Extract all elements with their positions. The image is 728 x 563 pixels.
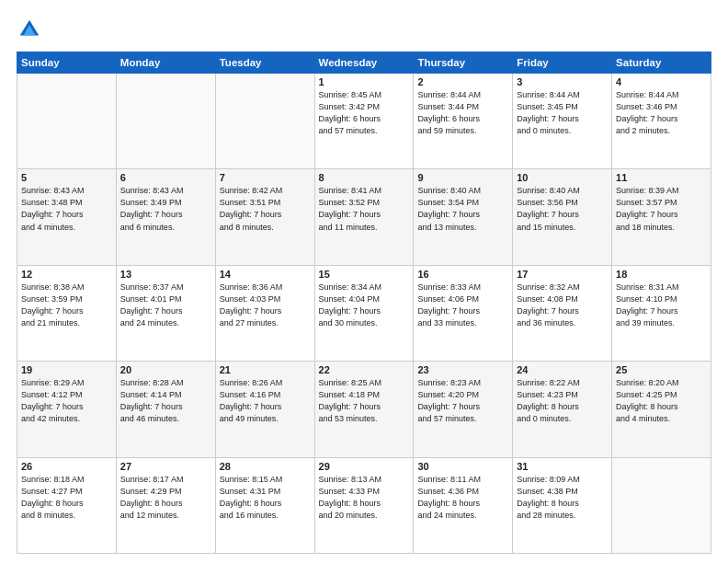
- week-row-1: 1Sunrise: 8:45 AM Sunset: 3:42 PM Daylig…: [17, 74, 711, 169]
- col-header-saturday: Saturday: [612, 52, 711, 74]
- day-number: 22: [319, 364, 410, 375]
- day-cell: 28Sunrise: 8:15 AM Sunset: 4:31 PM Dayli…: [215, 457, 314, 553]
- day-number: 26: [21, 461, 112, 472]
- col-header-wednesday: Wednesday: [314, 52, 414, 74]
- day-cell: 1Sunrise: 8:45 AM Sunset: 3:42 PM Daylig…: [314, 74, 414, 169]
- day-cell: 27Sunrise: 8:17 AM Sunset: 4:29 PM Dayli…: [116, 457, 215, 553]
- day-info: Sunrise: 8:40 AM Sunset: 3:56 PM Dayligh…: [517, 185, 608, 233]
- day-number: 30: [417, 461, 508, 472]
- day-number: 24: [517, 364, 608, 375]
- day-number: 11: [616, 172, 707, 183]
- header-row: SundayMondayTuesdayWednesdayThursdayFrid…: [17, 52, 711, 74]
- week-row-3: 12Sunrise: 8:38 AM Sunset: 3:59 PM Dayli…: [17, 265, 711, 361]
- day-cell: 24Sunrise: 8:22 AM Sunset: 4:23 PM Dayli…: [513, 362, 612, 457]
- day-number: 28: [220, 461, 311, 472]
- day-number: 10: [517, 172, 608, 183]
- col-header-monday: Monday: [116, 52, 215, 74]
- day-info: Sunrise: 8:43 AM Sunset: 3:49 PM Dayligh…: [120, 185, 211, 233]
- day-cell: 9Sunrise: 8:40 AM Sunset: 3:54 PM Daylig…: [414, 169, 513, 265]
- day-info: Sunrise: 8:15 AM Sunset: 4:31 PM Dayligh…: [220, 474, 311, 522]
- day-cell: 6Sunrise: 8:43 AM Sunset: 3:49 PM Daylig…: [116, 169, 215, 265]
- day-number: 7: [220, 172, 311, 183]
- day-number: 14: [220, 269, 311, 280]
- day-cell: 11Sunrise: 8:39 AM Sunset: 3:57 PM Dayli…: [612, 169, 711, 265]
- day-number: 18: [616, 269, 707, 280]
- day-info: Sunrise: 8:13 AM Sunset: 4:33 PM Dayligh…: [319, 474, 410, 522]
- day-cell: 21Sunrise: 8:26 AM Sunset: 4:16 PM Dayli…: [215, 362, 314, 457]
- day-cell: 20Sunrise: 8:28 AM Sunset: 4:14 PM Dayli…: [116, 362, 215, 457]
- day-number: 3: [517, 76, 608, 87]
- day-info: Sunrise: 8:37 AM Sunset: 4:01 PM Dayligh…: [120, 282, 211, 329]
- day-number: 4: [616, 76, 707, 87]
- day-cell: 26Sunrise: 8:18 AM Sunset: 4:27 PM Dayli…: [17, 457, 117, 553]
- day-info: Sunrise: 8:09 AM Sunset: 4:38 PM Dayligh…: [517, 474, 608, 522]
- day-cell: [116, 74, 215, 169]
- day-number: 27: [120, 461, 211, 472]
- page: SundayMondayTuesdayWednesdayThursdayFrid…: [0, 0, 728, 563]
- day-cell: 3Sunrise: 8:44 AM Sunset: 3:45 PM Daylig…: [513, 74, 612, 169]
- day-cell: 15Sunrise: 8:34 AM Sunset: 4:04 PM Dayli…: [314, 265, 414, 361]
- day-number: 1: [319, 76, 410, 87]
- calendar-table: SundayMondayTuesdayWednesdayThursdayFrid…: [17, 52, 711, 554]
- day-number: 29: [319, 461, 410, 472]
- day-cell: 17Sunrise: 8:32 AM Sunset: 4:08 PM Dayli…: [513, 265, 612, 361]
- logo-icon: [17, 17, 42, 42]
- day-number: 31: [517, 461, 608, 472]
- week-row-2: 5Sunrise: 8:43 AM Sunset: 3:48 PM Daylig…: [17, 169, 711, 265]
- day-cell: 16Sunrise: 8:33 AM Sunset: 4:06 PM Dayli…: [414, 265, 513, 361]
- calendar: SundayMondayTuesdayWednesdayThursdayFrid…: [17, 52, 711, 554]
- day-info: Sunrise: 8:34 AM Sunset: 4:04 PM Dayligh…: [319, 282, 410, 329]
- day-cell: [612, 457, 711, 553]
- week-row-5: 26Sunrise: 8:18 AM Sunset: 4:27 PM Dayli…: [17, 457, 711, 553]
- day-info: Sunrise: 8:20 AM Sunset: 4:25 PM Dayligh…: [616, 377, 707, 425]
- day-number: 17: [517, 269, 608, 280]
- day-info: Sunrise: 8:11 AM Sunset: 4:36 PM Dayligh…: [417, 474, 508, 522]
- day-info: Sunrise: 8:31 AM Sunset: 4:10 PM Dayligh…: [616, 282, 707, 329]
- logo: [17, 17, 46, 42]
- day-info: Sunrise: 8:26 AM Sunset: 4:16 PM Dayligh…: [220, 377, 311, 425]
- day-number: 13: [120, 269, 211, 280]
- day-cell: 29Sunrise: 8:13 AM Sunset: 4:33 PM Dayli…: [314, 457, 414, 553]
- day-number: 12: [21, 269, 112, 280]
- day-number: 15: [319, 269, 410, 280]
- day-cell: [17, 74, 117, 169]
- day-number: 23: [417, 364, 508, 375]
- day-info: Sunrise: 8:36 AM Sunset: 4:03 PM Dayligh…: [220, 282, 311, 329]
- day-info: Sunrise: 8:23 AM Sunset: 4:20 PM Dayligh…: [417, 377, 508, 425]
- day-cell: 31Sunrise: 8:09 AM Sunset: 4:38 PM Dayli…: [513, 457, 612, 553]
- day-info: Sunrise: 8:18 AM Sunset: 4:27 PM Dayligh…: [21, 474, 112, 522]
- col-header-sunday: Sunday: [17, 52, 117, 74]
- day-info: Sunrise: 8:40 AM Sunset: 3:54 PM Dayligh…: [417, 185, 508, 233]
- day-info: Sunrise: 8:33 AM Sunset: 4:06 PM Dayligh…: [417, 282, 508, 329]
- day-info: Sunrise: 8:44 AM Sunset: 3:44 PM Dayligh…: [417, 89, 508, 137]
- col-header-tuesday: Tuesday: [215, 52, 314, 74]
- day-number: 20: [120, 364, 211, 375]
- day-cell: 10Sunrise: 8:40 AM Sunset: 3:56 PM Dayli…: [513, 169, 612, 265]
- day-cell: 12Sunrise: 8:38 AM Sunset: 3:59 PM Dayli…: [17, 265, 117, 361]
- day-number: 25: [616, 364, 707, 375]
- day-info: Sunrise: 8:22 AM Sunset: 4:23 PM Dayligh…: [517, 377, 608, 425]
- day-cell: 22Sunrise: 8:25 AM Sunset: 4:18 PM Dayli…: [314, 362, 414, 457]
- day-cell: 7Sunrise: 8:42 AM Sunset: 3:51 PM Daylig…: [215, 169, 314, 265]
- day-number: 21: [220, 364, 311, 375]
- day-number: 16: [417, 269, 508, 280]
- day-number: 8: [319, 172, 410, 183]
- day-cell: 14Sunrise: 8:36 AM Sunset: 4:03 PM Dayli…: [215, 265, 314, 361]
- day-info: Sunrise: 8:45 AM Sunset: 3:42 PM Dayligh…: [319, 89, 410, 137]
- day-number: 5: [21, 172, 112, 183]
- day-info: Sunrise: 8:44 AM Sunset: 3:45 PM Dayligh…: [517, 89, 608, 137]
- day-info: Sunrise: 8:25 AM Sunset: 4:18 PM Dayligh…: [319, 377, 410, 425]
- day-cell: 4Sunrise: 8:44 AM Sunset: 3:46 PM Daylig…: [612, 74, 711, 169]
- header: [17, 17, 711, 42]
- day-info: Sunrise: 8:28 AM Sunset: 4:14 PM Dayligh…: [120, 377, 211, 425]
- day-cell: [215, 74, 314, 169]
- day-info: Sunrise: 8:39 AM Sunset: 3:57 PM Dayligh…: [616, 185, 707, 233]
- day-cell: 13Sunrise: 8:37 AM Sunset: 4:01 PM Dayli…: [116, 265, 215, 361]
- day-info: Sunrise: 8:32 AM Sunset: 4:08 PM Dayligh…: [517, 282, 608, 329]
- day-info: Sunrise: 8:38 AM Sunset: 3:59 PM Dayligh…: [21, 282, 112, 329]
- day-info: Sunrise: 8:44 AM Sunset: 3:46 PM Dayligh…: [616, 89, 707, 137]
- day-number: 9: [417, 172, 508, 183]
- day-info: Sunrise: 8:41 AM Sunset: 3:52 PM Dayligh…: [319, 185, 410, 233]
- day-cell: 25Sunrise: 8:20 AM Sunset: 4:25 PM Dayli…: [612, 362, 711, 457]
- day-cell: 19Sunrise: 8:29 AM Sunset: 4:12 PM Dayli…: [17, 362, 117, 457]
